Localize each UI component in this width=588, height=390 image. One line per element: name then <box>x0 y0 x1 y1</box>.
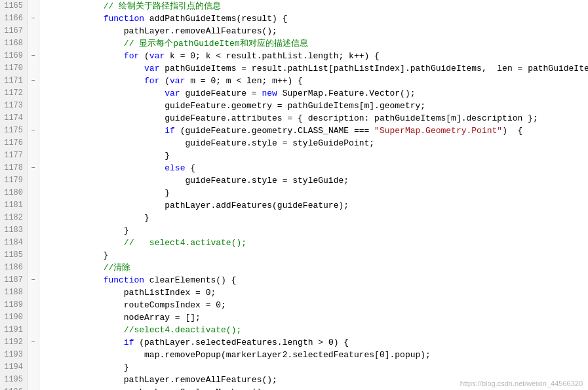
code-line-content: var guideFeature = new SuperMap.Feature.… <box>39 87 588 100</box>
table-row: 1189 routeCompsIndex = 0; <box>0 299 588 311</box>
code-line-content: routeCompsIndex = 0; <box>39 299 588 311</box>
line-number: 1179 <box>0 174 28 187</box>
fold-indicator <box>28 237 39 249</box>
line-number: 1166 <box>0 12 28 25</box>
line-number: 1172 <box>0 87 28 100</box>
code-line-content: // 显示每个pathGuideItem和对应的描述信息 <box>39 37 588 50</box>
code-line-content: // 绘制关于路径指引点的信息 <box>39 0 588 12</box>
fold-indicator <box>28 249 39 262</box>
table-row: 1194 } <box>0 361 588 374</box>
table-row: 1188 pathListIndex = 0; <box>0 286 588 299</box>
table-row: 1177 } <box>0 149 588 162</box>
line-number: 1177 <box>0 149 28 162</box>
table-row: 1183 } <box>0 224 588 237</box>
table-row: 1178− else { <box>0 162 588 174</box>
line-number: 1183 <box>0 224 28 237</box>
watermark: https://blog.csdn.net/weixin_44566320 <box>460 380 583 387</box>
code-line-content: // select4.activate(); <box>39 237 588 249</box>
fold-indicator <box>28 299 39 311</box>
fold-indicator <box>28 386 39 390</box>
line-number: 1189 <box>0 299 28 311</box>
code-line-content: if (pathLayer.selectedFeatures.length > … <box>39 336 588 349</box>
line-number: 1169 <box>0 50 28 62</box>
fold-indicator[interactable]: − <box>28 125 39 137</box>
code-line-content: else { <box>39 162 588 174</box>
table-row: 1165 // 绘制关于路径指引点的信息 <box>0 0 588 12</box>
line-number: 1176 <box>0 137 28 149</box>
table-row: 1182 } <box>0 212 588 224</box>
code-line-content: for (var m = 0; m < len; m++) { <box>39 75 588 87</box>
line-number: 1182 <box>0 212 28 224</box>
fold-indicator <box>28 374 39 386</box>
code-line-content: function clearElements() { <box>39 274 588 286</box>
line-number: 1196 <box>0 386 28 390</box>
table-row: 1173 guideFeature.geometry = pathGuideIt… <box>0 100 588 112</box>
table-row: 1176 guideFeature.style = styleGuidePoin… <box>0 137 588 149</box>
code-line-content: guideFeature.style = styleGuide; <box>39 174 588 187</box>
table-row: 1193 map.removePopup(markerLayer2.select… <box>0 349 588 361</box>
fold-indicator <box>28 324 39 336</box>
fold-indicator <box>28 37 39 50</box>
fold-indicator <box>28 100 39 112</box>
code-line-content: } <box>39 149 588 162</box>
fold-indicator <box>28 262 39 274</box>
table-row: 1190 nodeArray = []; <box>0 311 588 324</box>
line-number: 1185 <box>0 249 28 262</box>
fold-indicator[interactable]: − <box>28 336 39 349</box>
fold-indicator <box>28 174 39 187</box>
table-row: 1169− for (var k = 0; k < result.pathLis… <box>0 50 588 62</box>
code-line-content: //清除 <box>39 262 588 274</box>
table-row: 1166− function addPathGuideItems(result)… <box>0 12 588 25</box>
line-number: 1165 <box>0 0 28 12</box>
fold-indicator[interactable]: − <box>28 50 39 62</box>
code-line-content: for (var k = 0; k < result.pathList.leng… <box>39 50 588 62</box>
table-row: 1172 var guideFeature = new SuperMap.Fea… <box>0 87 588 100</box>
fold-indicator <box>28 199 39 212</box>
fold-indicator <box>28 137 39 149</box>
table-row: 1192− if (pathLayer.selectedFeatures.len… <box>0 336 588 349</box>
line-number: 1192 <box>0 336 28 349</box>
line-number: 1186 <box>0 262 28 274</box>
line-number: 1184 <box>0 237 28 249</box>
table-row: 1180 } <box>0 187 588 199</box>
code-line-content: guideFeature.style = styleGuidePoint; <box>39 137 588 149</box>
fold-indicator <box>28 349 39 361</box>
fold-indicator <box>28 361 39 374</box>
fold-indicator[interactable]: − <box>28 162 39 174</box>
fold-indicator <box>28 0 39 12</box>
fold-indicator <box>28 286 39 299</box>
fold-indicator <box>28 149 39 162</box>
table-row: 1179 guideFeature.style = styleGuide; <box>0 174 588 187</box>
code-line-content: if (guideFeature.geometry.CLASS_NAME ===… <box>39 125 588 137</box>
line-number: 1175 <box>0 125 28 137</box>
table-row: 1167 pathLayer.removeAllFeatures(); <box>0 25 588 37</box>
fold-indicator <box>28 25 39 37</box>
line-number: 1170 <box>0 62 28 75</box>
table-row: 1186 //清除 <box>0 262 588 274</box>
fold-indicator[interactable]: − <box>28 75 39 87</box>
line-number: 1180 <box>0 187 28 199</box>
code-line-content: } <box>39 224 588 237</box>
fold-indicator <box>28 112 39 125</box>
line-number: 1193 <box>0 349 28 361</box>
fold-indicator[interactable]: − <box>28 274 39 286</box>
fold-indicator[interactable]: − <box>28 12 39 25</box>
code-line-content: guideFeature.geometry = pathGuideItems[m… <box>39 100 588 112</box>
line-number: 1181 <box>0 199 28 212</box>
line-number: 1187 <box>0 274 28 286</box>
table-row: 1171− for (var m = 0; m < len; m++) { <box>0 75 588 87</box>
line-number: 1167 <box>0 25 28 37</box>
code-line-content: } <box>39 361 588 374</box>
table-row: 1181 pathLayer.addFeatures(guideFeature)… <box>0 199 588 212</box>
code-line-content: } <box>39 212 588 224</box>
table-row: 1170 var pathGuideItems = result.pathLis… <box>0 62 588 75</box>
line-number: 1188 <box>0 286 28 299</box>
line-number: 1171 <box>0 75 28 87</box>
code-line-content: pathLayer.removeAllFeatures(); <box>39 25 588 37</box>
fold-indicator <box>28 62 39 75</box>
table-row: 1191 //select4.deactivate(); <box>0 324 588 336</box>
fold-indicator <box>28 224 39 237</box>
code-line-content: guideFeature.attributes = { description:… <box>39 112 588 125</box>
table-row: 1175− if (guideFeature.geometry.CLASS_NA… <box>0 125 588 137</box>
code-line-content: //select4.deactivate(); <box>39 324 588 336</box>
